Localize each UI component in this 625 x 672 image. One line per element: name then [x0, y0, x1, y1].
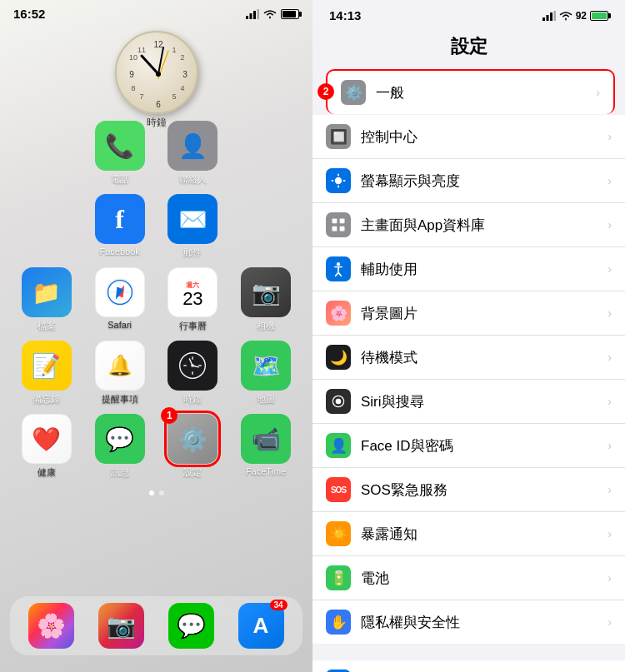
- battery-icon: [281, 9, 299, 19]
- svg-text:7: 7: [139, 92, 143, 101]
- notes-label: 備忘錄: [32, 393, 60, 406]
- app-item-health[interactable]: ❤️ 健康: [13, 414, 80, 479]
- app-item-reminders[interactable]: 🔔 提醒事項: [87, 341, 153, 406]
- clock-app-icon: [168, 341, 218, 391]
- app-item-clock[interactable]: 時鐘: [160, 341, 227, 406]
- app-item-messages[interactable]: 💬 訊息: [87, 414, 153, 479]
- svg-text:6: 6: [156, 100, 161, 109]
- svg-rect-45: [332, 219, 338, 224]
- settings-row-exposure[interactable]: ☀️ 暴露通知 ›: [312, 512, 625, 556]
- svg-rect-39: [553, 11, 556, 21]
- line-icon: 💬: [168, 603, 214, 649]
- svg-point-20: [156, 72, 161, 77]
- settings-row-sos[interactable]: SOS SOS緊急服務 ›: [312, 468, 625, 512]
- safari-label: Safari: [108, 320, 132, 330]
- wifi-icon: [263, 9, 277, 19]
- clock-face: 12 3 6 9 1 2 4 5 7 8 10 11: [115, 31, 198, 114]
- privacy-chevron: ›: [608, 615, 612, 629]
- settings-row-controlcenter[interactable]: 🔲 控制中心 ›: [312, 115, 625, 159]
- settings-main-section: 🔲 控制中心 › 螢幕顯示與亮度 › 主畫面與App資料庫 ›: [312, 115, 625, 644]
- camera-label: 相機: [257, 320, 275, 332]
- svg-text:A: A: [253, 613, 269, 638]
- svg-rect-37: [546, 15, 548, 21]
- messages-label: 訊息: [111, 466, 129, 479]
- app-item-facebook[interactable]: f Facebook: [87, 194, 153, 259]
- settings-row-homescreen[interactable]: 主畫面與App資料庫 ›: [312, 203, 625, 247]
- app-item-settings[interactable]: ⚙️ 1 設定: [160, 414, 227, 479]
- svg-point-51: [336, 399, 342, 405]
- settings-row-battery[interactable]: 🔋 電池 ›: [312, 556, 625, 600]
- accessibility-label: 輔助使用: [361, 260, 608, 279]
- dot-1: [149, 490, 154, 495]
- display-label: 螢幕顯示與亮度: [361, 172, 608, 191]
- reminders-label: 提醒事項: [102, 393, 138, 406]
- homescreen-chevron: ›: [608, 218, 612, 231]
- display-chevron: ›: [608, 174, 612, 187]
- app-item-calendar[interactable]: 週六 23 行事曆: [160, 267, 227, 332]
- health-icon: ❤️: [22, 414, 72, 464]
- left-status-bar: 16:52: [0, 0, 312, 24]
- svg-text:1: 1: [172, 46, 176, 54]
- dock-photos[interactable]: 🌸: [28, 603, 74, 649]
- app-item-empty1: [13, 194, 80, 259]
- app-grid-row2: f Facebook ✉️ 郵件: [0, 191, 312, 262]
- settings-title: 設定: [312, 27, 625, 69]
- appstore-badge: 34: [270, 600, 288, 610]
- right-battery-icon: [590, 11, 608, 21]
- app-item-contacts[interactable]: 👤 聯絡人: [160, 121, 227, 186]
- settings-row-general[interactable]: ⚙️ 一般 ›: [326, 69, 615, 114]
- dock-appstore[interactable]: A 34: [238, 603, 284, 649]
- app-item-mail[interactable]: ✉️ 郵件: [160, 194, 227, 259]
- contacts-label: 聯絡人: [179, 173, 207, 186]
- svg-rect-36: [542, 17, 545, 21]
- svg-rect-47: [332, 226, 338, 231]
- settings-row-standby[interactable]: 🌙 待機模式 ›: [312, 336, 625, 380]
- settings-row-siri[interactable]: Siri與搜尋 ›: [312, 380, 625, 424]
- svg-text:12: 12: [153, 40, 163, 49]
- svg-rect-1: [250, 13, 252, 19]
- contacts-icon: 👤: [168, 121, 218, 171]
- clock-widget[interactable]: 12 3 6 9 1 2 4 5 7 8 10 11 時鐘: [115, 31, 198, 114]
- svg-rect-2: [253, 11, 256, 19]
- app-item-notes[interactable]: 📝 備忘錄: [13, 341, 80, 406]
- dock-instagram[interactable]: 📷: [98, 603, 144, 649]
- app-item-empty2: [232, 194, 299, 259]
- calendar-label: 行事曆: [179, 320, 207, 332]
- settings-row-appstore[interactable]: A App Store ›: [312, 660, 625, 672]
- app-item-phone[interactable]: 📞 電話: [87, 121, 153, 186]
- maps-icon: 🗺️: [241, 341, 291, 391]
- dock-line[interactable]: 💬: [168, 603, 214, 649]
- sos-icon: SOS: [326, 477, 351, 502]
- right-phone: 14:13 92 設定 2: [312, 0, 625, 672]
- controlcenter-label: 控制中心: [361, 127, 608, 147]
- facetime-label: FaceTime: [246, 466, 287, 476]
- svg-rect-0: [246, 16, 248, 19]
- controlcenter-chevron: ›: [608, 130, 612, 143]
- facebook-icon: f: [95, 194, 145, 244]
- siri-label: Siri與搜尋: [361, 392, 608, 411]
- app-item-files[interactable]: 📁 檔案: [13, 267, 80, 332]
- homescreen-label: 主畫面與App資料庫: [361, 216, 608, 235]
- settings-row-accessibility[interactable]: 輔助使用 ›: [312, 247, 625, 291]
- app-item-camera[interactable]: 📷 相機: [232, 267, 299, 332]
- app-item-safari[interactable]: Safari: [87, 267, 153, 332]
- files-icon: 📁: [22, 267, 72, 317]
- settings-row-faceid[interactable]: 👤 Face ID與密碼 ›: [312, 424, 625, 468]
- settings-row-display[interactable]: 螢幕顯示與亮度 ›: [312, 159, 625, 203]
- app-item-maps[interactable]: 🗺️ 地圖: [232, 341, 299, 406]
- notes-icon: 📝: [22, 341, 72, 391]
- display-icon: [326, 168, 351, 193]
- settings-row-privacy[interactable]: ✋ 隱私權與安全性 ›: [312, 600, 625, 644]
- maps-label: 地圖: [257, 393, 275, 406]
- settings-row-wallpaper[interactable]: 🌸 背景圖片 ›: [312, 291, 625, 336]
- wallpaper-chevron: ›: [608, 306, 612, 320]
- facetime-icon: 📹: [241, 414, 291, 464]
- general-label: 一般: [376, 83, 596, 102]
- svg-rect-46: [340, 219, 345, 224]
- app-grid-row4: 📝 備忘錄 🔔 提醒事項 時鐘 🗺️ 地圖: [0, 337, 312, 409]
- general-chevron: ›: [596, 86, 600, 99]
- clock-row4-label: 時鐘: [183, 393, 202, 406]
- svg-text:5: 5: [172, 92, 176, 101]
- privacy-label: 隱私權與安全性: [361, 613, 608, 632]
- app-item-facetime[interactable]: 📹 FaceTime: [232, 414, 299, 479]
